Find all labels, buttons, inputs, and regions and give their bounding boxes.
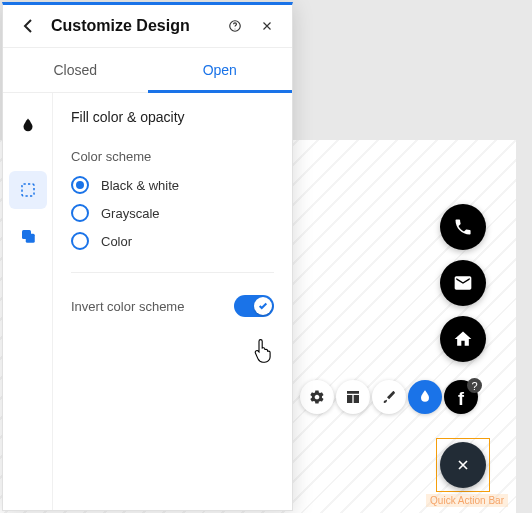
back-button[interactable] <box>19 17 37 35</box>
quick-action-bar-label: Quick Action Bar <box>426 494 508 507</box>
drop-icon <box>19 117 37 135</box>
radio-color[interactable]: Color <box>71 232 274 250</box>
settings-button[interactable] <box>300 380 334 414</box>
divider <box>71 272 274 273</box>
radio-icon <box>71 232 89 250</box>
chevron-left-icon <box>23 18 33 34</box>
gear-icon <box>309 389 325 405</box>
radio-black-white[interactable]: Black & white <box>71 176 274 194</box>
invert-toggle[interactable] <box>234 295 274 317</box>
facebook-icon: f <box>458 389 464 410</box>
email-button[interactable] <box>440 260 486 306</box>
email-icon <box>453 273 473 293</box>
brush-icon <box>381 389 397 405</box>
sidebar-item-layers[interactable] <box>9 217 47 255</box>
radio-label: Color <box>101 234 132 249</box>
panel-content: Fill color & opacity Color scheme Black … <box>53 93 292 510</box>
close-quick-action-button[interactable] <box>440 442 486 488</box>
layout-icon <box>345 389 361 405</box>
home-button[interactable] <box>440 316 486 362</box>
home-icon <box>453 329 473 349</box>
close-icon <box>260 19 274 33</box>
tab-open[interactable]: Open <box>148 48 293 92</box>
close-panel-button[interactable] <box>258 17 276 35</box>
svg-rect-2 <box>22 184 34 196</box>
tab-closed[interactable]: Closed <box>3 48 148 92</box>
invert-label: Invert color scheme <box>71 299 184 314</box>
facebook-button[interactable]: f ? <box>444 380 478 414</box>
selection-icon <box>19 181 37 199</box>
design-toolbar: f ? <box>300 380 478 414</box>
radio-icon <box>71 176 89 194</box>
sidebar-item-selection[interactable] <box>9 171 47 209</box>
radio-label: Grayscale <box>101 206 160 221</box>
panel-title: Customize Design <box>51 17 212 35</box>
invert-row: Invert color scheme <box>71 295 274 317</box>
close-button-selection <box>436 438 490 492</box>
check-icon <box>258 301 268 311</box>
svg-rect-4 <box>25 234 34 243</box>
toggle-knob <box>254 297 272 315</box>
radio-grayscale[interactable]: Grayscale <box>71 204 274 222</box>
quick-action-bar <box>440 204 486 362</box>
state-tabs: Closed Open <box>3 48 292 93</box>
radio-icon <box>71 204 89 222</box>
layout-button[interactable] <box>336 380 370 414</box>
customize-panel: Customize Design Closed Open Fill color … <box>2 2 293 511</box>
panel-header: Customize Design <box>3 5 292 48</box>
radio-label: Black & white <box>101 178 179 193</box>
help-button[interactable] <box>226 17 244 35</box>
layers-icon <box>19 227 37 245</box>
panel-body: Fill color & opacity Color scheme Black … <box>3 93 292 510</box>
color-scheme-label: Color scheme <box>71 149 274 164</box>
panel-sidebar <box>3 93 53 510</box>
phone-button[interactable] <box>440 204 486 250</box>
phone-icon <box>453 217 473 237</box>
color-scheme-group: Black & white Grayscale Color <box>71 176 274 250</box>
svg-point-1 <box>235 28 236 29</box>
help-icon <box>228 19 242 33</box>
brush-button[interactable] <box>372 380 406 414</box>
drop-icon <box>417 389 433 405</box>
close-icon <box>455 457 471 473</box>
sidebar-item-fill[interactable] <box>9 107 47 145</box>
section-title: Fill color & opacity <box>71 109 274 125</box>
help-icon[interactable]: ? <box>467 378 482 393</box>
fill-button[interactable] <box>408 380 442 414</box>
